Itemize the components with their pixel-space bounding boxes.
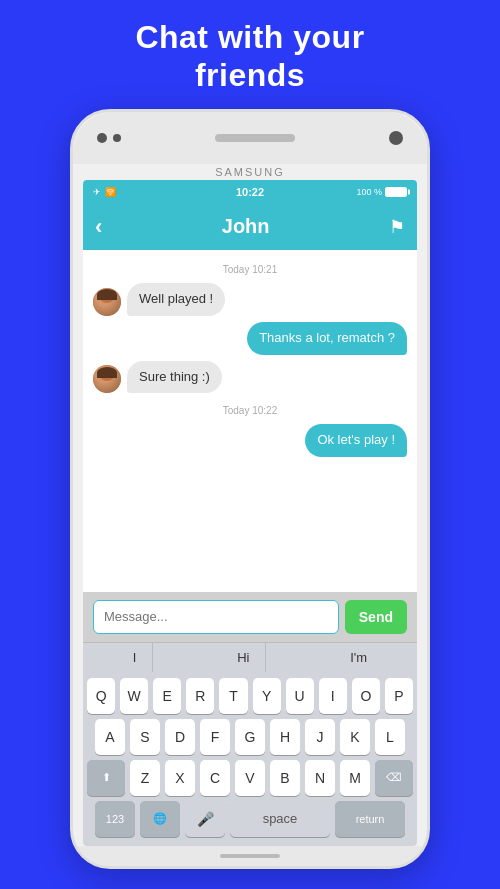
phone-bottom — [73, 846, 427, 866]
key-u[interactable]: U — [286, 678, 314, 714]
camera-lens — [389, 131, 403, 145]
numbers-key[interactable]: 123 — [95, 801, 135, 837]
message-received-1: Well played ! — [93, 283, 407, 316]
key-x[interactable]: X — [165, 760, 195, 796]
avatar-2 — [93, 365, 121, 393]
chat-messages: Today 10:21 Well played ! Thanks a lot, … — [83, 250, 417, 592]
shift-key[interactable]: ⬆ — [87, 760, 125, 796]
key-s[interactable]: S — [130, 719, 160, 755]
key-z[interactable]: Z — [130, 760, 160, 796]
key-c[interactable]: C — [200, 760, 230, 796]
key-g[interactable]: G — [235, 719, 265, 755]
battery-text: 100 % — [356, 187, 382, 197]
return-key[interactable]: return — [335, 801, 405, 837]
airplane-icon: ✈ — [93, 187, 101, 197]
send-button[interactable]: Send — [345, 600, 407, 634]
avatar-image-1 — [93, 288, 121, 316]
key-a[interactable]: A — [95, 719, 125, 755]
suggestion-hi[interactable]: Hi — [221, 643, 266, 672]
status-time: 10:22 — [236, 186, 264, 198]
message-sent-1: Thanks a lot, rematch ? — [93, 322, 407, 355]
phone-device: SAMSUNG ✈ 🛜 10:22 100 % ‹ John ⚑ Toda — [70, 109, 430, 869]
message-input[interactable] — [93, 600, 339, 634]
message-sent-2: Ok let's play ! — [93, 424, 407, 457]
key-i[interactable]: I — [319, 678, 347, 714]
home-indicator — [220, 854, 280, 858]
key-q[interactable]: Q — [87, 678, 115, 714]
key-j[interactable]: J — [305, 719, 335, 755]
suggestion-i[interactable]: I — [117, 643, 154, 672]
key-row-4: 123 🌐 🎤 space return — [87, 801, 413, 837]
status-right: 100 % — [356, 187, 407, 197]
brand-label: SAMSUNG — [215, 166, 285, 178]
timestamp-1: Today 10:21 — [93, 264, 407, 275]
key-h[interactable]: H — [270, 719, 300, 755]
back-button[interactable]: ‹ — [95, 214, 102, 240]
key-r[interactable]: R — [186, 678, 214, 714]
phone-screen: ✈ 🛜 10:22 100 % ‹ John ⚑ Today 10:21 — [83, 180, 417, 846]
key-n[interactable]: N — [305, 760, 335, 796]
status-bar: ✈ 🛜 10:22 100 % — [83, 180, 417, 204]
key-row-2: A S D F G H J K L — [87, 719, 413, 755]
avatar-1 — [93, 288, 121, 316]
delete-key[interactable]: ⌫ — [375, 760, 413, 796]
suggestion-im[interactable]: I'm — [334, 643, 383, 672]
key-m[interactable]: M — [340, 760, 370, 796]
key-e[interactable]: E — [153, 678, 181, 714]
key-t[interactable]: T — [219, 678, 247, 714]
page-title: Chat with your friends — [135, 18, 364, 95]
keyboard-suggestions: I Hi I'm — [83, 642, 417, 672]
speaker — [215, 134, 295, 142]
status-icons-left: ✈ 🛜 — [93, 187, 116, 197]
key-row-3: ⬆ Z X C V B N M ⌫ — [87, 760, 413, 796]
avatar-image-2 — [93, 365, 121, 393]
key-d[interactable]: D — [165, 719, 195, 755]
message-input-area: Send — [83, 592, 417, 642]
battery-icon — [385, 187, 407, 197]
bubble-sent-2: Ok let's play ! — [305, 424, 407, 457]
key-p[interactable]: P — [385, 678, 413, 714]
sensor-dot-2 — [113, 134, 121, 142]
camera-sensors — [97, 133, 121, 143]
chat-header: ‹ John ⚑ — [83, 204, 417, 250]
battery-fill — [386, 188, 406, 196]
key-v[interactable]: V — [235, 760, 265, 796]
contact-name: John — [222, 215, 270, 238]
key-k[interactable]: K — [340, 719, 370, 755]
flag-button[interactable]: ⚑ — [389, 216, 405, 238]
message-received-2: Sure thing :) — [93, 361, 407, 394]
key-f[interactable]: F — [200, 719, 230, 755]
key-b[interactable]: B — [270, 760, 300, 796]
space-key[interactable]: space — [230, 801, 330, 837]
sensor-dot-1 — [97, 133, 107, 143]
globe-key[interactable]: 🌐 — [140, 801, 180, 837]
bubble-received-2: Sure thing :) — [127, 361, 222, 394]
phone-top-bar — [73, 112, 427, 164]
mic-key[interactable]: 🎤 — [185, 801, 225, 837]
bubble-received-1: Well played ! — [127, 283, 225, 316]
key-o[interactable]: O — [352, 678, 380, 714]
key-y[interactable]: Y — [253, 678, 281, 714]
key-w[interactable]: W — [120, 678, 148, 714]
key-l[interactable]: L — [375, 719, 405, 755]
timestamp-2: Today 10:22 — [93, 405, 407, 416]
wifi-icon: 🛜 — [105, 187, 116, 197]
keyboard: Q W E R T Y U I O P A S D F G H J K L — [83, 672, 417, 846]
bubble-sent-1: Thanks a lot, rematch ? — [247, 322, 407, 355]
key-row-1: Q W E R T Y U I O P — [87, 678, 413, 714]
